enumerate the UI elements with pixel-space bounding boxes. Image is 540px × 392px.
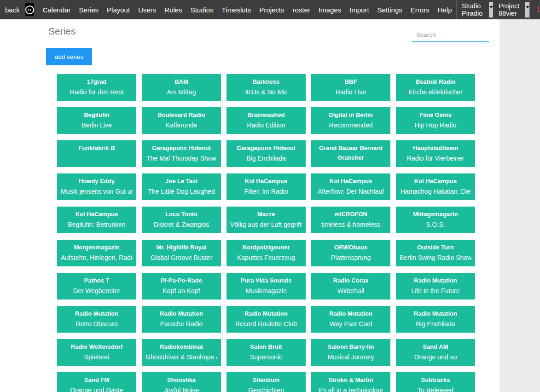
series-card[interactable]: BAMAm Mittag <box>142 74 221 101</box>
series-card[interactable]: HauptstadtteamRadio für Vierbeiner <box>396 140 475 167</box>
search-input[interactable] <box>412 28 489 42</box>
series-card[interactable]: MazzeVöllig aus der Luft gegriffen <box>226 207 306 233</box>
nav-item-calendar[interactable]: Calendar <box>39 0 75 19</box>
series-card-title: Garagepunx Hideout <box>230 143 302 153</box>
project-select[interactable]: Project 88vier <box>493 0 529 19</box>
navbar-links: CalendarSeriesPlayoutUsersRolesStudiosTi… <box>39 0 456 19</box>
series-card-subtitle: Radio für Vierbeiner <box>400 153 471 164</box>
series-card[interactable]: Radio MutationEarache Radio <box>142 306 221 333</box>
nav-item-images[interactable]: Images <box>314 0 345 19</box>
series-card-title: Salon Bruit <box>230 342 302 352</box>
series-card[interactable]: Pura Vida SoundsMusikmagazin <box>226 273 306 300</box>
series-card-subtitle: Recommended <box>315 120 387 131</box>
series-card[interactable]: Kol HaCampusBegilufin: Betrunken <box>57 207 136 233</box>
series-card-subtitle: Earache Radio <box>145 318 217 330</box>
series-card[interactable]: Barkness4DJs & No Mic <box>226 74 306 101</box>
series-card[interactable]: RadiokombinatGhostdriver & Stanhope & <box>142 339 221 366</box>
series-card-title: Kol HaCampus <box>315 176 387 186</box>
series-card[interactable]: Loco TontoDiskret & Zwanglos <box>142 207 221 233</box>
series-card[interactable]: Pi-Pa-Po-RadeKopf an Kopf <box>142 273 221 300</box>
series-card[interactable]: Sand AMOrange und so <box>396 339 475 366</box>
series-card[interactable]: mICROFONtimeless & homeless <box>311 207 390 233</box>
series-card[interactable]: Digital in BerlinRecommended <box>311 107 390 134</box>
nav-item-errors[interactable]: Errors <box>406 0 434 19</box>
series-card-subtitle: Big Enchilada <box>230 153 302 164</box>
series-card[interactable]: Kol HaCampusAfterflow: Der Nachlauf <box>311 173 390 200</box>
series-card-subtitle: Spielerei <box>61 352 133 363</box>
project-select-arrow[interactable] <box>525 2 529 17</box>
series-card[interactable]: MittagsmagazinS.O.S. <box>396 207 475 233</box>
back-link[interactable]: back <box>0 6 25 14</box>
series-card[interactable]: Kol HaCampusHamachog Hakatan: Die <box>396 173 475 200</box>
nav-item-timeslots[interactable]: Timeslots <box>218 0 255 19</box>
series-card-subtitle: To Released <box>400 385 471 392</box>
series-card-title: Sand FM <box>61 375 133 385</box>
nav-item-playout[interactable]: Playout <box>103 0 134 19</box>
series-card[interactable]: Kol HaCampusFilter: Im Radio <box>226 173 306 200</box>
series-card[interactable]: Garagepunx HideoutThe Mal Thursday Show <box>142 140 221 167</box>
nav-item-projects[interactable]: Projects <box>255 0 288 19</box>
series-card-subtitle: 4DJs & No Mic <box>230 86 302 98</box>
series-card-title: ORWOhaus <box>315 242 387 252</box>
series-card-subtitle: Widerhall <box>315 285 387 297</box>
series-card[interactable]: SilentiumGeschichten <box>226 372 306 392</box>
series-card[interactable]: BBFRadio Live <box>311 74 390 101</box>
nav-item-import[interactable]: Import <box>345 0 373 19</box>
piradio-logo-icon[interactable]: PI <box>25 3 34 16</box>
series-card[interactable]: ShooshkaJoyful Noise <box>142 372 221 392</box>
logout-link[interactable]: Logout <box>530 5 540 14</box>
nav-item-series[interactable]: Series <box>75 0 103 19</box>
studio-select-arrow[interactable] <box>489 2 493 17</box>
series-card[interactable]: NordpolzigeunerKaputtes Feuerzeug <box>226 240 306 266</box>
series-card-subtitle: Kafferunde <box>145 120 217 131</box>
series-card-title: Boulevard Radio <box>145 110 217 120</box>
series-card[interactable]: BrainwashedRadio Edition <box>226 107 306 134</box>
nav-item-roles[interactable]: Roles <box>160 0 186 19</box>
series-card[interactable]: Grand Bazaar Bernard Grancher <box>311 140 390 167</box>
series-card[interactable]: Radio MutationWay Past Cool <box>311 306 390 333</box>
series-card[interactable]: Garagepunx HideoutBig Enchilada <box>226 140 306 167</box>
series-card[interactable]: Beatnik RadioKirche eklektischer <box>396 74 475 101</box>
series-card[interactable]: Outside TurnBerlin Swing Radio Show <box>396 240 475 266</box>
nav-item-roster[interactable]: roster <box>289 0 314 19</box>
series-card[interactable]: Radio MutationRetro Obscuro <box>57 306 136 333</box>
series-card-title: Radio Mutation <box>145 309 217 318</box>
series-card[interactable]: MorgenmagazinAufstehn, Hinlegen, Radio <box>57 240 136 266</box>
series-card[interactable]: Mr. Highlife RoyalGlobal Groove Buster <box>142 240 221 266</box>
series-card[interactable]: Joe Le TaxiThe Little Dog Laughed <box>142 173 221 200</box>
series-card[interactable]: Radio MutationBig Enchilada <box>396 306 475 333</box>
series-card-title: Pi-Pa-Po-Rade <box>145 276 217 285</box>
series-card-title: Kol HaCampus <box>400 176 471 186</box>
series-card[interactable]: SubtracksTo Released <box>396 372 475 392</box>
series-card[interactable]: Radio CoraxWiderhall <box>311 273 390 300</box>
series-card[interactable]: Flow GemsHip Hop Radio <box>396 107 475 134</box>
series-card-title: Shooshka <box>145 375 217 385</box>
series-card[interactable]: Pathos TDer Wegbereiter <box>57 273 136 300</box>
series-card[interactable]: Howdy EddyMusik jenseits von Gut und <box>57 173 136 200</box>
series-card-subtitle: Filter: Im Radio <box>230 186 302 197</box>
series-card-title: Hauptstadtteam <box>400 143 471 153</box>
add-series-button[interactable]: add series <box>46 48 92 65</box>
series-card[interactable]: 17gradRadio für den Rest <box>57 74 136 101</box>
studio-select[interactable]: Studio Piradio <box>456 0 493 19</box>
series-card-title: Mazze <box>230 209 302 219</box>
series-card[interactable]: ORWOhausPlattensprung <box>311 240 390 266</box>
chevron-down-icon <box>526 6 529 8</box>
series-card[interactable]: Funkfabrik B <box>57 140 136 167</box>
series-card[interactable]: Radio MutationRecord Roulette Club <box>226 306 306 333</box>
series-card[interactable]: Boulevard RadioKafferunde <box>142 107 221 134</box>
series-card[interactable]: Sand FMOrange und Gäste <box>57 372 136 392</box>
series-card[interactable]: Stroko & MartinIt's all in a technicolou… <box>311 372 390 392</box>
series-card-title: Radio Mutation <box>61 309 133 318</box>
nav-item-users[interactable]: Users <box>134 0 160 19</box>
series-card-title: Grand Bazaar Bernard Grancher <box>315 143 387 162</box>
series-card-title: Silentium <box>230 375 302 385</box>
series-card[interactable]: Saloon Barry-linMusical Journey <box>311 339 390 366</box>
series-card[interactable]: BegilufinBerlin Live <box>57 107 136 134</box>
series-card[interactable]: Radio MutationLife in the Future <box>396 273 475 300</box>
nav-item-help[interactable]: Help <box>434 0 456 19</box>
series-card[interactable]: Salon BruitSupersonic <box>226 339 306 366</box>
nav-item-settings[interactable]: Settings <box>373 0 406 19</box>
series-card[interactable]: Radio WoltersdorfSpielerei <box>57 339 136 366</box>
nav-item-studios[interactable]: Studios <box>186 0 218 19</box>
